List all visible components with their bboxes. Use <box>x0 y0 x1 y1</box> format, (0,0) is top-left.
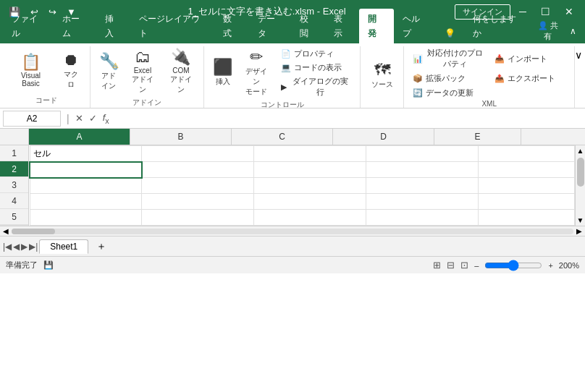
tab-help[interactable]: ヘルプ <box>394 9 437 43</box>
controls-right-col: 📄 プロパティ 💻 コードの表示 ▶ ダイアログの実行 <box>277 47 356 99</box>
tab-search[interactable]: 何をしますか <box>464 9 531 43</box>
tab-view[interactable]: 表示 <box>325 9 359 43</box>
sheet-nav-last-btn[interactable]: ▶| <box>29 242 38 252</box>
mapping-props-button[interactable]: 📊 対応付けのプロパティ <box>408 46 488 71</box>
ribbon-expand-btn[interactable]: ∨ <box>575 49 582 61</box>
cell-e2[interactable] <box>479 162 575 178</box>
mapping-props-label: 対応付けのプロパティ <box>426 48 484 69</box>
col-header-d[interactable]: D <box>333 129 434 145</box>
cell-e3[interactable] <box>479 178 575 194</box>
row-num-1[interactable]: 1 <box>0 145 28 161</box>
zoom-slider[interactable] <box>484 260 542 271</box>
cancel-formula-btn[interactable]: ✕ <box>72 111 86 125</box>
sheet-nav-prev-btn[interactable]: ◀ <box>13 242 20 252</box>
ribbon-collapse-btn[interactable]: ∧ <box>564 25 582 37</box>
cell-c2[interactable] <box>254 162 366 178</box>
cell-b5[interactable] <box>142 210 254 226</box>
tab-page-layout[interactable]: ページレイアウト <box>130 9 214 43</box>
cell-d2[interactable] <box>366 162 479 178</box>
expansion-pack-button[interactable]: 📦 拡張パック <box>408 72 488 85</box>
cell-d4[interactable] <box>366 194 479 210</box>
cell-a3[interactable] <box>30 178 142 194</box>
row-num-3[interactable]: 3 <box>0 177 28 193</box>
tab-formulas[interactable]: 数式 <box>214 9 248 43</box>
cell-c4[interactable] <box>254 194 366 210</box>
mapping-props-icon: 📊 <box>413 54 423 64</box>
row-num-5[interactable]: 5 <box>0 209 28 225</box>
cell-b1[interactable] <box>142 146 254 162</box>
macro-button[interactable]: ⏺ マクロ <box>56 49 85 93</box>
add-sheet-button[interactable]: ＋ <box>90 238 113 255</box>
export-button[interactable]: 📤 エクスポート <box>490 72 570 85</box>
col-header-a[interactable]: A <box>29 129 130 145</box>
sheet-nav-first-btn[interactable]: |◀ <box>3 242 12 252</box>
hscroll-right-btn[interactable]: ▶ <box>576 227 582 235</box>
tab-review[interactable]: 校閲 <box>291 9 325 43</box>
cell-c5[interactable] <box>254 210 366 226</box>
confirm-formula-btn[interactable]: ✓ <box>86 111 100 125</box>
cell-a4[interactable] <box>30 194 142 210</box>
view-page-layout-btn[interactable]: ⊟ <box>447 260 455 270</box>
status-save-icon: 💾 <box>43 260 54 270</box>
cell-c1[interactable] <box>254 146 366 162</box>
restore-button[interactable]: ☐ <box>535 5 556 18</box>
cell-b4[interactable] <box>142 194 254 210</box>
formula-input[interactable] <box>112 114 582 124</box>
cell-d3[interactable] <box>366 178 479 194</box>
import-button[interactable]: 📥 インポート <box>490 52 570 66</box>
vscroll-down-btn[interactable]: ▼ <box>576 215 585 226</box>
col-header-c[interactable]: C <box>232 129 333 145</box>
col-header-b[interactable]: B <box>130 129 232 145</box>
properties-button[interactable]: 📄 プロパティ <box>277 47 356 61</box>
cell-a5[interactable] <box>30 210 142 226</box>
vscroll-thumb[interactable] <box>577 158 584 187</box>
visual-basic-button[interactable]: 📋 Visual Basic <box>7 51 54 90</box>
cell-b3[interactable] <box>142 178 254 194</box>
tab-lightbulb[interactable]: 💡 <box>436 23 464 43</box>
hscroll-thumb[interactable] <box>12 229 55 234</box>
cell-b2[interactable] <box>142 162 254 178</box>
col-header-e[interactable]: E <box>434 129 521 145</box>
cell-e1[interactable] <box>479 146 575 162</box>
com-addin-button[interactable]: 🔌 COMアドイン <box>162 46 199 98</box>
visual-basic-label: Visual Basic <box>12 72 50 88</box>
vscroll-track[interactable] <box>576 156 585 215</box>
cell-a1[interactable]: セル <box>30 146 142 162</box>
cell-d1[interactable] <box>366 146 479 162</box>
sheet-nav-next-btn[interactable]: ▶ <box>21 242 28 252</box>
cell-e5[interactable] <box>479 210 575 226</box>
cell-a2[interactable] <box>30 162 142 178</box>
cell-c3[interactable] <box>254 178 366 194</box>
view-code-button[interactable]: 💻 コードの表示 <box>277 61 356 74</box>
close-button[interactable]: ✕ <box>559 5 579 18</box>
excel-addin-button[interactable]: 🗂 Excelアドイン <box>124 46 161 98</box>
hscroll-track[interactable] <box>12 229 573 234</box>
insert-control-label: 挿入 <box>216 77 230 87</box>
horizontal-scroll-area[interactable]: ◀ ▶ <box>0 226 585 236</box>
row-num-2[interactable]: 2 <box>0 161 28 177</box>
tab-file[interactable]: ファイル <box>3 9 54 43</box>
tab-home[interactable]: ホーム <box>54 9 96 43</box>
view-normal-btn[interactable]: ⊞ <box>433 260 441 270</box>
run-dialog-button[interactable]: ▶ ダイアログの実行 <box>277 74 356 99</box>
sheet-tab-sheet1[interactable]: Sheet1 <box>39 239 88 254</box>
design-mode-button[interactable]: ✏ デザインモード <box>238 46 275 100</box>
addin-button[interactable]: 🔧 ⚠ アドイン <box>95 51 122 94</box>
tab-insert[interactable]: 挿入 <box>96 9 130 43</box>
view-page-break-btn[interactable]: ⊡ <box>460 260 468 270</box>
zoom-level-text: 200% <box>559 261 579 270</box>
tab-developer[interactable]: 開発 <box>359 9 393 43</box>
vscroll-up-btn[interactable]: ▲ <box>576 145 585 156</box>
data-refresh-button[interactable]: 🔄 データの更新 <box>408 86 570 100</box>
cell-d5[interactable] <box>366 210 479 226</box>
row-num-4[interactable]: 4 <box>0 193 28 209</box>
source-button[interactable]: 🗺 ソース <box>367 59 397 93</box>
vertical-scrollbar[interactable]: ▲ ▼ <box>575 145 585 226</box>
cell-reference-input[interactable]: A2 <box>3 111 61 127</box>
insert-function-btn[interactable]: fx <box>100 111 112 127</box>
cell-e4[interactable] <box>479 194 575 210</box>
insert-control-button[interactable]: ⬛ 挿入 <box>209 56 236 90</box>
tab-data[interactable]: データ <box>249 9 292 43</box>
hscroll-left-btn[interactable]: ◀ <box>3 227 9 235</box>
share-button[interactable]: 👤 共有 <box>532 19 564 43</box>
